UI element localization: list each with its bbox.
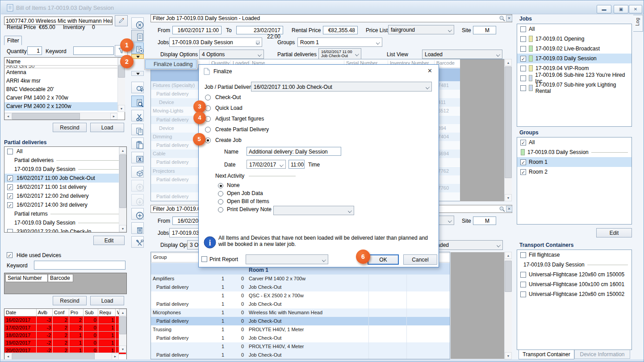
log-tab[interactable]: Log [633, 15, 643, 32]
radio-create-partial-delivery[interactable] [205, 127, 211, 133]
to-input[interactable]: 23/02/2017 22:00 [236, 26, 283, 34]
pd1-combo[interactable]: 16/02/2017 11:00 Job Check-Out [318, 48, 361, 60]
grid2-row[interactable]: Partial delivery10Job Check-Out [151, 334, 450, 342]
groups-edit-button[interactable]: Edit [596, 228, 632, 237]
checkbox[interactable] [520, 46, 526, 52]
checkbox[interactable] [520, 272, 526, 278]
pd-item[interactable]: ✓16/02/2017 11:00 1st delivery [4, 183, 126, 191]
checkbox[interactable] [7, 229, 13, 233]
list-item[interactable]: Antenna [4, 68, 125, 77]
groups1-combo[interactable]: Room 1 [297, 37, 382, 47]
pd-item[interactable]: ✓16/02/2017 12:00 2nd delivery [4, 191, 126, 200]
filter-tab[interactable]: Filter [4, 36, 22, 45]
job-item[interactable]: 17-0019.02 Live-Broadcast [517, 44, 631, 54]
cancel-button[interactable]: Cancel [403, 254, 437, 265]
grid2-row[interactable]: Microphones10Wireless Mic with Neumann H… [151, 308, 450, 317]
checkbox[interactable]: ✓ [520, 56, 526, 62]
grid2-row[interactable]: Partial delivery10Job Check-Out [151, 283, 450, 291]
partial-deliveries-vscrollbar[interactable]: ▲▼ [119, 147, 126, 232]
checkbox[interactable] [520, 36, 526, 42]
print-report-checkbox[interactable] [201, 256, 207, 262]
checkbox[interactable] [520, 252, 526, 258]
dropdown-strip-2[interactable] [131, 71, 144, 76]
checkbox[interactable] [520, 26, 526, 32]
job-item[interactable]: All [517, 24, 631, 34]
dialog-close-icon[interactable]: ✕ [427, 67, 432, 74]
copy-button[interactable] [131, 124, 144, 135]
grid2-row[interactable]: Amplifiers10Carver PM 1400 2 x 700w [151, 275, 450, 283]
arrow-down-circle-button[interactable] [131, 194, 144, 206]
restore-button[interactable]: ▣ [614, 5, 628, 13]
checkbox[interactable] [520, 282, 526, 287]
availability-col-header[interactable]: Sub [83, 309, 98, 316]
package-button[interactable] [131, 166, 144, 178]
close-button[interactable]: ✕ [629, 5, 642, 13]
filter1-close-icon[interactable]: ✕ [506, 15, 512, 21]
availability-col-header[interactable]: Requ [98, 309, 116, 316]
radio-create-job[interactable] [205, 137, 211, 143]
grid2-row[interactable]: Partial delivery10Job Check-Out [151, 300, 450, 308]
keyword-input[interactable] [73, 46, 114, 55]
close-circle-button[interactable] [131, 17, 144, 29]
checkbox[interactable] [520, 75, 526, 81]
paste-button[interactable] [131, 137, 144, 149]
filter2-close-icon[interactable]: ✕ [506, 206, 512, 212]
availability-col-header[interactable]: Pro [69, 309, 83, 316]
excel-button[interactable]: X [131, 152, 144, 163]
checkbox[interactable]: ✓ [520, 159, 526, 165]
finalize-loading-menu-item[interactable]: Finalize Loading [145, 59, 197, 69]
item-list-hscrollbar[interactable]: ◄► [4, 112, 117, 120]
availability-col-header[interactable]: Avlb [36, 309, 52, 316]
availability-col-header[interactable]: Conf [53, 309, 69, 316]
radio-none[interactable] [218, 183, 223, 188]
list-item[interactable]: BNC Videocable 20' [4, 85, 125, 94]
magnifier-icon[interactable] [499, 15, 505, 21]
pd-item[interactable]: ✓16/02/2017 14:00 3rd delivery [4, 200, 126, 209]
minimize-button[interactable]: ▬ [597, 5, 611, 13]
grid2-row[interactable]: Trussing10PROLYTE H40V, 1 Meter [151, 325, 450, 334]
quantity-input[interactable]: 1 [27, 46, 42, 55]
arrow-up-circle-button[interactable] [131, 180, 144, 191]
pd-item[interactable]: ✓16/02/2017 11:00 Job Check-Out [4, 174, 126, 183]
bill-document-button[interactable] [131, 30, 144, 42]
site-input[interactable]: M [473, 26, 496, 34]
barcode-header[interactable]: Barcode [48, 274, 73, 282]
availability-row[interactable]: 16/02/2017-32201 [4, 316, 126, 324]
print-report-combo[interactable] [246, 254, 328, 264]
group-item[interactable]: ✓All [517, 137, 631, 147]
list-item[interactable]: Carver PM 1400 2 x 700w [4, 94, 125, 102]
availability-row[interactable]: 19/02/2017-22101 [4, 339, 126, 347]
grid2-vscrollbar[interactable]: ▲▼ [504, 252, 512, 359]
tab-device-information[interactable]: Device Information [574, 350, 630, 359]
checkbox[interactable]: ✓ [520, 140, 526, 146]
listview1-combo[interactable]: Loaded [422, 50, 502, 59]
pricelist-combo[interactable]: fairground [388, 25, 454, 34]
listview2-combo[interactable]: Loaded [428, 240, 503, 250]
availability-col-header[interactable]: Date [4, 309, 36, 316]
load-button[interactable]: Load [90, 123, 124, 132]
jobs1-combo[interactable]: 17-0019.03 Daily Session [169, 37, 262, 47]
checkbox[interactable]: ✓ [7, 202, 13, 208]
scissors-button[interactable] [131, 110, 144, 121]
container-item[interactable]: Universal-Flightcase 120x60 cm 150005 [517, 270, 631, 279]
search-gears-button[interactable] [131, 82, 144, 93]
container-item[interactable]: Universal-Flightcase 120x60 cm 150002 [517, 289, 631, 299]
pd-item[interactable]: 23/02/2017 22:00 Job Check-In [4, 227, 126, 233]
checkbox[interactable] [520, 66, 526, 71]
availability-vscrollbar[interactable]: ▲▼ [119, 309, 126, 353]
keyword2-input[interactable] [34, 261, 125, 270]
rescind-button[interactable]: Rescind [53, 123, 87, 132]
availability-row[interactable]: 18/02/2017-22101 [4, 332, 126, 339]
search-document-button[interactable] [131, 96, 144, 107]
rescind2-button[interactable]: Rescind [53, 296, 87, 305]
job-pd-combo[interactable]: 16/02/2017 11:00 Job Check-Out [251, 82, 432, 92]
container-item[interactable]: Universal-Flightcase 100x100 cm 16001 [517, 279, 631, 289]
hide-used-checkbox[interactable]: ✓ [7, 252, 13, 258]
pd-item[interactable]: All [4, 147, 126, 156]
dlg-name-input[interactable]: Additional delivery: Daily Session [247, 147, 341, 156]
radio-check-out[interactable] [205, 95, 211, 100]
grid2-row[interactable]: 10PROLYTE H40V, 4 Meter [151, 342, 450, 351]
serial-header[interactable]: Serial Number [5, 274, 48, 282]
finalize-dropdown-strip[interactable] [131, 54, 144, 59]
container-item[interactable]: Fill flightcase [517, 250, 631, 260]
